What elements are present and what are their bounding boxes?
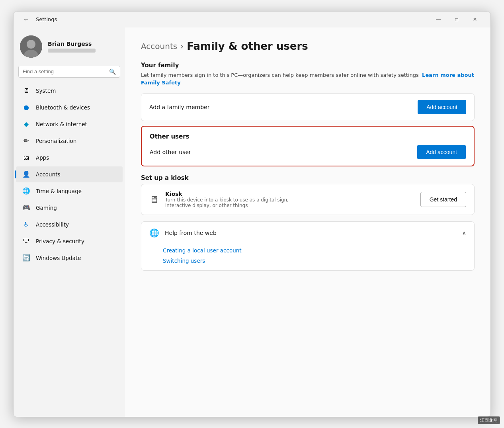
kiosk-icon: 🖥: [149, 194, 159, 205]
sidebar-item-system[interactable]: 🖥 System: [16, 83, 123, 99]
search-input[interactable]: [23, 68, 106, 74]
svg-point-1: [27, 40, 35, 49]
close-button[interactable]: ✕: [466, 13, 484, 26]
help-section: 🌐 Help from the web ∧ Creating a local u…: [141, 221, 475, 271]
bluetooth-icon: ●: [22, 104, 30, 111]
sidebar-item-label: Accounts: [36, 171, 61, 178]
kiosk-section: Set up a kiosk 🖥 Kiosk Turn this device …: [141, 174, 475, 215]
add-family-account-button[interactable]: Add account: [418, 100, 466, 114]
help-icon: 🌐: [149, 228, 159, 238]
sidebar-item-label: Time & language: [36, 188, 82, 194]
sidebar-item-time[interactable]: 🌐 Time & language: [16, 183, 123, 199]
sidebar-item-accessibility[interactable]: ♿ Accessibility: [16, 217, 123, 233]
sidebar-item-label: Network & internet: [36, 121, 87, 127]
sidebar: Brian Burgess 🔍 🖥 System ● Bluetooth & d…: [14, 27, 125, 417]
sidebar-item-label: Accessibility: [36, 221, 69, 228]
accounts-icon: 👤: [22, 170, 30, 178]
kiosk-card: 🖥 Kiosk Turn this device into a kiosk to…: [141, 184, 475, 215]
sidebar-item-bluetooth[interactable]: ● Bluetooth & devices: [16, 100, 123, 115]
sidebar-item-label: Apps: [36, 154, 49, 161]
your-family-section: Your family Let family members sign in t…: [141, 62, 475, 121]
help-header[interactable]: 🌐 Help from the web ∧: [141, 222, 474, 244]
help-link-local-account[interactable]: Creating a local user account: [163, 247, 466, 254]
sidebar-item-label: Personalization: [36, 138, 76, 144]
breadcrumb-parent: Accounts: [141, 41, 177, 51]
gaming-icon: 🎮: [22, 204, 30, 212]
your-family-title: Your family: [141, 62, 475, 69]
watermark: 江西龙网: [478, 416, 500, 424]
chevron-up-icon: ∧: [462, 230, 466, 236]
titlebar: ← Settings — □ ✕: [14, 12, 490, 27]
other-users-title: Other users: [150, 133, 466, 140]
kiosk-get-started-button[interactable]: Get started: [420, 192, 466, 207]
sidebar-item-apps[interactable]: 🗂 Apps: [16, 150, 123, 166]
sidebar-item-label: Bluetooth & devices: [36, 104, 90, 111]
user-profile: Brian Burgess: [14, 31, 125, 66]
add-family-label: Add a family member: [149, 104, 209, 110]
network-icon: ◆: [22, 120, 30, 128]
kiosk-title: Kiosk: [165, 191, 293, 197]
time-icon: 🌐: [22, 187, 30, 195]
other-users-section: Other users Add other user Add account: [141, 126, 475, 166]
help-links: Creating a local user account Switching …: [141, 244, 474, 270]
sidebar-item-label: Gaming: [36, 205, 57, 211]
add-other-user-label: Add other user: [150, 149, 191, 155]
sidebar-item-network[interactable]: ◆ Network & internet: [16, 116, 123, 132]
search-icon: 🔍: [109, 68, 116, 75]
help-title: Help from the web: [165, 230, 217, 236]
sidebar-item-gaming[interactable]: 🎮 Gaming: [16, 200, 123, 216]
avatar: [20, 35, 42, 58]
sidebar-item-personalization[interactable]: ✏️ Personalization: [16, 133, 123, 149]
minimize-button[interactable]: —: [429, 13, 447, 26]
user-name: Brian Burgess: [48, 41, 96, 47]
settings-window: ← Settings — □ ✕ Brian Burgess: [13, 11, 491, 417]
add-family-card: Add a family member Add account: [141, 93, 475, 121]
maximize-button[interactable]: □: [447, 13, 466, 26]
apps-icon: 🗂: [22, 154, 30, 162]
kiosk-text: Kiosk Turn this device into a kiosk to u…: [165, 191, 293, 208]
system-icon: 🖥: [22, 87, 30, 95]
main-layout: Brian Burgess 🔍 🖥 System ● Bluetooth & d…: [14, 27, 490, 417]
help-header-left: 🌐 Help from the web: [149, 228, 217, 238]
sidebar-item-privacy[interactable]: 🛡 Privacy & security: [16, 233, 123, 249]
help-link-switch-users[interactable]: Switching users: [163, 258, 466, 264]
kiosk-desc: Turn this device into a kiosk to use as …: [165, 197, 293, 208]
sidebar-item-label: System: [36, 88, 56, 94]
add-other-user-button[interactable]: Add account: [417, 145, 466, 159]
breadcrumb-current: Family & other users: [187, 40, 308, 52]
sidebar-item-label: Privacy & security: [36, 238, 84, 244]
search-box[interactable]: 🔍: [18, 66, 120, 78]
content-area: Accounts › Family & other users Your fam…: [125, 27, 490, 417]
your-family-desc: Let family members sign in to this PC—or…: [141, 71, 475, 87]
update-icon: 🔄: [22, 254, 30, 262]
privacy-icon: 🛡: [22, 237, 30, 245]
sidebar-item-update[interactable]: 🔄 Windows Update: [16, 250, 123, 266]
window-controls: — □ ✕: [429, 13, 484, 26]
sidebar-item-label: Windows Update: [36, 255, 81, 261]
user-info: Brian Burgess: [48, 41, 96, 53]
user-email-redacted: [48, 49, 96, 53]
accessibility-icon: ♿: [22, 221, 30, 229]
personalization-icon: ✏️: [22, 137, 30, 145]
breadcrumb: Accounts › Family & other users: [141, 40, 475, 52]
kiosk-left: 🖥 Kiosk Turn this device into a kiosk to…: [149, 191, 293, 208]
window-title: Settings: [36, 16, 57, 22]
sidebar-item-accounts[interactable]: 👤 Accounts: [16, 166, 123, 182]
kiosk-section-title: Set up a kiosk: [141, 174, 475, 182]
back-button[interactable]: ←: [20, 13, 33, 26]
breadcrumb-separator: ›: [180, 41, 184, 51]
other-users-row: Add other user Add account: [150, 145, 466, 159]
